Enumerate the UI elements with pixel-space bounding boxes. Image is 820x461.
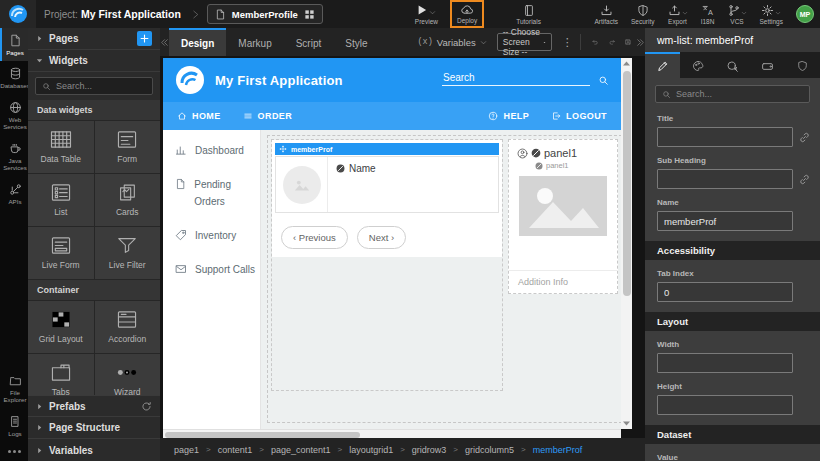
sidenav-dashboard[interactable]: Dashboard	[175, 142, 260, 159]
next-button[interactable]: Next ›	[357, 226, 406, 249]
add-page-button[interactable]	[137, 31, 152, 46]
nav-home[interactable]: HOME	[177, 111, 221, 121]
sub-heading-field-input[interactable]	[657, 169, 793, 189]
tab-script[interactable]: Script	[284, 28, 334, 56]
title-field-input[interactable]	[657, 127, 793, 147]
crumb-gridrow3[interactable]: gridrow3	[412, 445, 447, 455]
widget-search[interactable]	[35, 77, 153, 95]
widget-list[interactable]: List	[28, 174, 94, 226]
vcs-button[interactable]: VCS	[728, 4, 747, 25]
sidenav-inventory[interactable]: Inventory	[175, 227, 260, 244]
variables-dropdown[interactable]: (x) Variables	[418, 37, 487, 48]
more-options-icon[interactable]: ⋮	[562, 36, 573, 49]
nav-logout[interactable]: LOGOUT	[551, 111, 607, 121]
sidenav-pending-orders[interactable]: Pending Orders	[175, 176, 260, 210]
bind-link-icon[interactable]	[799, 174, 810, 185]
canvas-vertical-scrollbar[interactable]	[621, 58, 632, 429]
widgets-accordion[interactable]: Widgets	[28, 50, 160, 72]
layout-section-header[interactable]: Layout	[645, 312, 820, 331]
security-button[interactable]: Security	[631, 4, 654, 25]
layout-grid-selection[interactable]: memberProf	[267, 135, 621, 423]
pages-accordion[interactable]: Pages	[28, 28, 160, 50]
search-icon[interactable]	[598, 75, 609, 86]
tab-index-field-input[interactable]	[657, 282, 793, 302]
rail-item-java-services[interactable]: Java Services	[0, 136, 28, 177]
widget-wizard[interactable]: Wizard	[95, 354, 161, 395]
rail-item-logs[interactable]: Logs	[0, 409, 28, 442]
export-button[interactable]: Export	[668, 4, 688, 25]
artifacts-button[interactable]: Artifacts	[595, 4, 618, 25]
tab-security[interactable]	[785, 52, 820, 78]
user-avatar[interactable]: MP	[796, 5, 814, 23]
scroll-down-icon[interactable]	[621, 418, 632, 429]
crumb-content1[interactable]: content1	[218, 445, 253, 455]
name-field-input[interactable]	[657, 211, 793, 231]
scrollbar-thumb[interactable]	[623, 71, 631, 296]
tab-device[interactable]	[750, 52, 785, 78]
widget-live-form[interactable]: Live Form	[28, 227, 94, 279]
widget-form[interactable]: Form	[95, 121, 161, 173]
sidenav-support-calls[interactable]: Support Calls	[175, 261, 260, 278]
settings-button[interactable]: Settings	[760, 4, 784, 25]
rail-item-databases[interactable]: Databases	[0, 61, 28, 94]
collapse-right-icon[interactable]	[636, 38, 645, 47]
canvas-horizontal-scrollbar[interactable]	[163, 429, 621, 438]
rail-item-file-explorer[interactable]: File Explorer	[0, 369, 28, 409]
crumb-page-content1[interactable]: page_content1	[271, 445, 331, 455]
rail-item-web-services[interactable]: Web Services	[0, 95, 28, 136]
tab-events[interactable]	[715, 52, 750, 78]
gridcolumn-list[interactable]: memberProf	[271, 139, 503, 391]
wavemaker-logo[interactable]	[0, 0, 36, 28]
list-item[interactable]: Name	[275, 156, 499, 213]
crumb-layoutgrid1[interactable]: layoutgrid1	[349, 445, 393, 455]
width-field-input[interactable]	[657, 353, 793, 373]
scrollbar-thumb[interactable]	[165, 432, 360, 438]
tab-design[interactable]: Design	[169, 28, 226, 56]
widget-live-filter[interactable]: Live Filter	[95, 227, 161, 279]
variables-accordion[interactable]: Variables	[28, 439, 160, 461]
crumb-gridcolumn5[interactable]: gridcolumn5	[465, 445, 514, 455]
page-structure-accordion[interactable]: Page Structure	[28, 417, 160, 439]
pages-grid-icon[interactable]	[304, 9, 315, 20]
tab-markup[interactable]: Markup	[226, 28, 283, 56]
widget-accordion[interactable]: Accordion	[95, 301, 161, 353]
list-widget-header[interactable]: memberProf	[275, 143, 499, 155]
accessibility-section-header[interactable]: Accessibility	[645, 241, 820, 260]
nav-order[interactable]: ORDER	[243, 111, 293, 121]
rail-item-apis[interactable]: APIs	[0, 177, 28, 210]
tab-properties[interactable]	[645, 52, 680, 78]
panel1-widget[interactable]: panel1 panel1 Addition Info	[508, 139, 618, 294]
nav-help[interactable]: HELP	[488, 111, 529, 121]
screen-size-select[interactable]: -- Choose Screen Size --	[497, 33, 552, 51]
bind-link-icon[interactable]	[799, 132, 810, 143]
collapse-left-icon[interactable]	[160, 38, 169, 47]
widget-data-table[interactable]: Data Table	[28, 121, 94, 173]
prefabs-accordion[interactable]: Prefabs	[28, 395, 160, 417]
refresh-icon[interactable]	[141, 401, 152, 412]
rail-more-button[interactable]	[0, 442, 28, 461]
save-icon[interactable]	[625, 36, 631, 48]
previous-button[interactable]: ‹ Previous	[281, 226, 348, 249]
crumb-page1[interactable]: page1	[174, 445, 199, 455]
page-selector[interactable]: MemberProfile	[207, 4, 323, 24]
rail-item-pages[interactable]: Pages	[0, 28, 28, 61]
preview-button[interactable]: Preview	[415, 4, 438, 25]
redo-icon[interactable]	[609, 36, 615, 48]
crumb-memberprof-current[interactable]: memberProf	[533, 445, 583, 455]
i18n-button[interactable]: A I18N	[701, 4, 715, 25]
move-icon[interactable]	[279, 145, 287, 153]
dataset-section-header[interactable]: Dataset	[645, 425, 820, 444]
scroll-up-icon[interactable]	[621, 58, 632, 69]
properties-search[interactable]	[655, 85, 810, 103]
tutorials-button[interactable]: Tutorials	[516, 4, 541, 25]
widget-cards[interactable]: Cards	[95, 174, 161, 226]
properties-search-input[interactable]	[676, 89, 803, 99]
widget-search-input[interactable]	[56, 81, 146, 91]
deploy-button[interactable]: Deploy	[457, 3, 477, 24]
undo-icon[interactable]	[592, 36, 598, 48]
app-search-input[interactable]	[442, 70, 590, 86]
height-field-input[interactable]	[657, 395, 793, 415]
widget-tabs[interactable]: Tabs	[28, 354, 94, 395]
widget-grid-layout[interactable]: Grid Layout	[28, 301, 94, 353]
tab-style[interactable]: Style	[333, 28, 379, 56]
